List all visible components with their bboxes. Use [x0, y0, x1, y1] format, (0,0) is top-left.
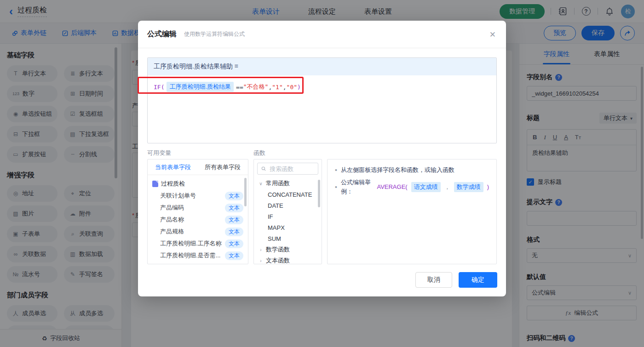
variable-name: 关联计划单号	[160, 192, 222, 200]
tip-text: 从左侧面板选择字段名和函数，或输入函数	[341, 165, 454, 175]
formula-string-token: "不合格"	[243, 83, 269, 91]
variable-row[interactable]: 工序质检明细.工序名称文本	[148, 238, 248, 250]
variable-row[interactable]: 工序质检明细.是否需...文本	[148, 250, 248, 262]
variable-type-tag: 文本	[225, 204, 243, 212]
functions-section-label: 函数	[253, 149, 265, 157]
function-group-label: 数学函数	[266, 245, 290, 254]
tip-example-label: 公式编辑举例：	[341, 178, 374, 196]
function-item-sum[interactable]: SUM	[254, 233, 322, 244]
tree-root-label: 过程质检	[161, 180, 185, 188]
confirm-button[interactable]: 确定	[459, 272, 497, 288]
variable-type-tag: 文本	[225, 228, 243, 236]
function-group-math[interactable]: ›数学函数	[254, 244, 322, 255]
example-field-chip: 数学成绩	[454, 182, 483, 192]
variable-type-tag: 文本	[225, 251, 243, 260]
variable-name: 产品名称	[160, 216, 222, 224]
function-group-label: 常用函数	[266, 179, 290, 188]
variable-name: 产品规格	[160, 228, 222, 236]
variables-section-label: 可用变量	[147, 149, 171, 157]
formula-operator-token: ==	[236, 84, 243, 91]
functions-panel: ∨常用函数 CONCATENATE DATE IF MAPX SUM ›数学函数…	[253, 159, 322, 264]
formula-comma-token: ,	[268, 84, 272, 91]
variable-row[interactable]: 产品名称文本	[148, 214, 248, 226]
variable-type-tag: 文本	[225, 192, 243, 200]
example-comma: ，	[444, 182, 450, 192]
function-item-concatenate[interactable]: CONCATENATE	[254, 189, 322, 200]
tips-panel: • 从左侧面板选择字段名和函数，或输入函数 • 公式编辑举例： AVERAGE(…	[327, 159, 497, 264]
variable-name: 工序质检明细.是否需...	[160, 251, 222, 260]
variables-scrollbar[interactable]	[244, 178, 247, 206]
function-item-mapx[interactable]: MAPX	[254, 222, 322, 233]
function-group-label: 文本函数	[266, 256, 290, 264]
function-group-common[interactable]: ∨常用函数	[254, 178, 322, 189]
formula-function-token: IF(	[154, 84, 164, 91]
function-group-text[interactable]: ›文本函数	[254, 255, 322, 264]
modal-subtitle: 使用数学运算符编辑公式	[184, 30, 245, 38]
variable-name: 产品编码	[160, 204, 222, 212]
cancel-button[interactable]: 取消	[415, 272, 452, 288]
formula-edit-modal: 公式编辑 使用数学运算符编辑公式 ✕ 工序质检明细.质检结果辅助 = IF( 工…	[138, 21, 506, 296]
variables-tree: 过程质检 关联计划单号文本 产品编码文本 产品名称文本 产品规格文本 工序质检明…	[148, 175, 248, 264]
function-item-if[interactable]: IF	[254, 211, 322, 222]
bullet-icon: •	[335, 165, 337, 175]
formula-string-token: "0"	[287, 84, 297, 91]
variable-type-tag: 文本	[225, 216, 243, 224]
formula-input-area[interactable]: IF( 工序质检明细.质检结果 =="不合格","1","0")	[148, 75, 496, 98]
variables-tabs: 当前表单字段 所有表单字段	[148, 159, 248, 175]
chevron-down-icon: ∨	[259, 181, 263, 186]
chevron-right-icon: ›	[259, 258, 263, 263]
function-item-date[interactable]: DATE	[254, 200, 322, 211]
function-search-box[interactable]	[257, 163, 318, 175]
example-field-chip: 语文成绩	[411, 182, 441, 192]
formula-editor: 工序质检明细.质检结果辅助 = IF( 工序质检明细.质检结果 =="不合格",…	[147, 57, 497, 143]
chevron-right-icon: ›	[259, 247, 263, 252]
tip-line-2: • 公式编辑举例： AVERAGE( 语文成绩 ， 数学成绩 )	[335, 178, 489, 196]
variable-row[interactable]: 产品编码文本	[148, 202, 248, 214]
form-doc-icon	[152, 181, 158, 187]
variables-panel: 当前表单字段 所有表单字段 过程质检 关联计划单号文本 产品编码文本 产品名称文…	[147, 159, 248, 264]
close-icon[interactable]: ✕	[489, 30, 496, 40]
tree-root-form[interactable]: 过程质检	[148, 178, 248, 190]
example-function-token: AVERAGE(	[377, 182, 407, 192]
app-root: ‹ 过程质检 表单设计 流程设定 表单设置 数据管理 ?	[0, 0, 644, 347]
modal-header: 公式编辑 使用数学运算符编辑公式 ✕	[138, 21, 506, 48]
variable-type-tag: 文本	[225, 239, 243, 248]
search-icon	[261, 166, 266, 171]
formula-comma-token: ,	[283, 84, 287, 91]
modal-title: 公式编辑	[147, 29, 177, 39]
formula-result-bar: 工序质检明细.质检结果辅助 =	[148, 58, 496, 75]
formula-close-paren-token: )	[297, 84, 301, 91]
example-close-paren: )	[487, 182, 489, 192]
functions-tree: ∨常用函数 CONCATENATE DATE IF MAPX SUM ›数学函数…	[254, 178, 322, 264]
formula-field-chip[interactable]: 工序质检明细.质检结果	[167, 82, 234, 92]
variable-name: 工序质检明细.工序名称	[160, 239, 222, 248]
tab-all-form-fields[interactable]: 所有表单字段	[205, 163, 241, 171]
functions-scrollbar[interactable]	[318, 180, 320, 207]
bullet-icon: •	[335, 182, 337, 192]
function-search-input[interactable]	[269, 165, 314, 173]
tip-line-1: • 从左侧面板选择字段名和函数，或输入函数	[335, 165, 489, 175]
variable-row[interactable]: 关联计划单号文本	[148, 190, 248, 202]
formula-string-token: "1"	[272, 84, 282, 91]
variable-row[interactable]: 产品规格文本	[148, 226, 248, 238]
tab-current-form-fields[interactable]: 当前表单字段	[155, 163, 191, 171]
